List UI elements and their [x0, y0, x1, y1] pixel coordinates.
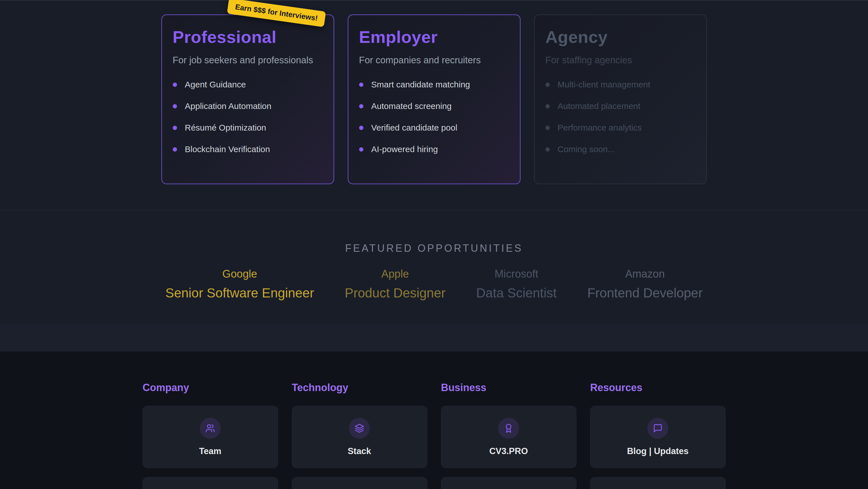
plan-feature-list: Multi-client management Automated placem… — [546, 80, 695, 154]
bullet-icon — [173, 83, 177, 87]
bullet-icon — [546, 147, 550, 151]
footer-card-blog[interactable]: Blog | Updates — [590, 406, 725, 468]
plan-feature-label: Application Automation — [185, 101, 272, 111]
bullet-icon — [546, 104, 550, 108]
message-square-icon — [647, 418, 668, 439]
featured-job[interactable]: Amazon Frontend Developer — [587, 268, 703, 300]
plan-subtitle: For staffing agencies — [546, 55, 695, 65]
job-role: Frontend Developer — [587, 285, 703, 300]
footer-column-heading: Resources — [590, 382, 725, 394]
featured-jobs-carousel: Google Senior Software Engineer Apple Pr… — [0, 268, 868, 300]
layers-icon — [349, 418, 370, 439]
footer-column-company: Company Team — [143, 382, 278, 489]
footer: Company Team Technology Stack — [0, 352, 868, 489]
job-company: Apple — [345, 268, 445, 280]
users-icon — [200, 418, 221, 439]
plan-title: Professional — [173, 27, 323, 47]
job-role: Senior Software Engineer — [165, 285, 314, 300]
footer-column-heading: Technology — [292, 382, 427, 394]
plan-feature: Multi-client management — [546, 80, 695, 89]
footer-card-cv3pro[interactable]: CV3.PRO — [441, 406, 577, 468]
plan-feature-list: Agent Guidance Application Automation Ré… — [173, 80, 323, 154]
plan-title: Employer — [359, 27, 509, 47]
footer-card-label: Team — [199, 446, 221, 456]
plan-feature: Performance analytics — [546, 123, 695, 133]
bullet-icon — [359, 147, 363, 151]
plan-feature: Résumé Optimization — [173, 123, 323, 133]
footer-column-heading: Company — [143, 382, 278, 394]
plan-feature-label: Coming soon... — [558, 144, 615, 154]
footer-column-resources: Resources Blog | Updates — [590, 382, 725, 489]
plan-card-professional[interactable]: Earn $$$ for Interviews! Professional Fo… — [161, 15, 334, 184]
plan-title: Agency — [546, 27, 695, 47]
plan-card-employer[interactable]: Employer For companies and recruiters Sm… — [348, 15, 521, 184]
plan-card-agency: Agency For staffing agencies Multi-clien… — [534, 15, 707, 184]
job-role: Data Scientist — [476, 285, 557, 300]
bullet-icon — [546, 126, 550, 130]
plan-feature: Verified candidate pool — [359, 123, 509, 133]
bullet-icon — [546, 83, 550, 87]
featured-job[interactable]: Microsoft Data Scientist — [476, 268, 557, 300]
featured-job[interactable]: Google Senior Software Engineer — [165, 268, 314, 300]
section-divider-band — [0, 324, 868, 352]
plans-section: Earn $$$ for Interviews! Professional Fo… — [0, 0, 868, 210]
plan-subtitle: For job seekers and professionals — [173, 55, 323, 65]
footer-card-stack[interactable]: Stack — [292, 406, 427, 468]
plan-feature-label: Automated placement — [558, 101, 641, 111]
plan-feature: Automated screening — [359, 101, 509, 111]
footer-column-business: Business CV3.PRO — [441, 382, 577, 489]
plan-feature-label: Automated screening — [371, 101, 452, 111]
plan-feature-label: Verified candidate pool — [371, 123, 458, 133]
bullet-icon — [359, 104, 363, 108]
job-role: Product Designer — [345, 285, 445, 300]
plan-feature-list: Smart candidate matching Automated scree… — [359, 80, 509, 154]
plan-feature-label: Smart candidate matching — [371, 80, 470, 89]
plan-feature: Automated placement — [546, 101, 695, 111]
plan-feature: Application Automation — [173, 101, 323, 111]
footer-card-hidden[interactable] — [143, 477, 278, 489]
footer-card-team[interactable]: Team — [143, 406, 278, 468]
plan-feature-label: Agent Guidance — [185, 80, 246, 89]
plan-subtitle: For companies and recruiters — [359, 55, 509, 65]
plan-feature: Blockchain Verification — [173, 144, 323, 154]
footer-card-hidden[interactable] — [292, 477, 427, 489]
earn-interviews-badge: Earn $$$ for Interviews! — [227, 0, 326, 27]
footer-card-label: CV3.PRO — [489, 446, 528, 456]
plan-feature-label: Résumé Optimization — [185, 123, 266, 133]
footer-column-technology: Technology Stack — [292, 382, 427, 489]
plan-feature: Agent Guidance — [173, 80, 323, 89]
footer-card-hidden[interactable] — [441, 477, 577, 489]
job-company: Microsoft — [476, 268, 557, 280]
footer-card-label: Stack — [348, 446, 371, 456]
plan-feature: Smart candidate matching — [359, 80, 509, 89]
featured-opportunities-section: FEATURED OPPORTUNITIES Google Senior Sof… — [0, 210, 868, 324]
plan-feature-label: Performance analytics — [558, 123, 642, 133]
bullet-icon — [359, 83, 363, 87]
plan-feature-label: AI-powered hiring — [371, 144, 438, 154]
bullet-icon — [173, 104, 177, 108]
bullet-icon — [173, 126, 177, 130]
job-company: Google — [165, 268, 314, 280]
footer-card-label: Blog | Updates — [627, 446, 688, 456]
footer-column-heading: Business — [441, 382, 577, 394]
plan-feature-label: Blockchain Verification — [185, 144, 270, 154]
plan-feature: AI-powered hiring — [359, 144, 509, 154]
featured-job[interactable]: Apple Product Designer — [345, 268, 445, 300]
featured-heading: FEATURED OPPORTUNITIES — [0, 242, 868, 254]
bullet-icon — [173, 147, 177, 151]
bullet-icon — [359, 126, 363, 130]
footer-card-hidden[interactable] — [590, 477, 725, 489]
footer-grid: Company Team Technology Stack — [143, 382, 725, 489]
award-icon — [498, 418, 519, 439]
job-company: Amazon — [587, 268, 703, 280]
plan-feature-label: Multi-client management — [558, 80, 650, 89]
plan-feature: Coming soon... — [546, 144, 695, 154]
